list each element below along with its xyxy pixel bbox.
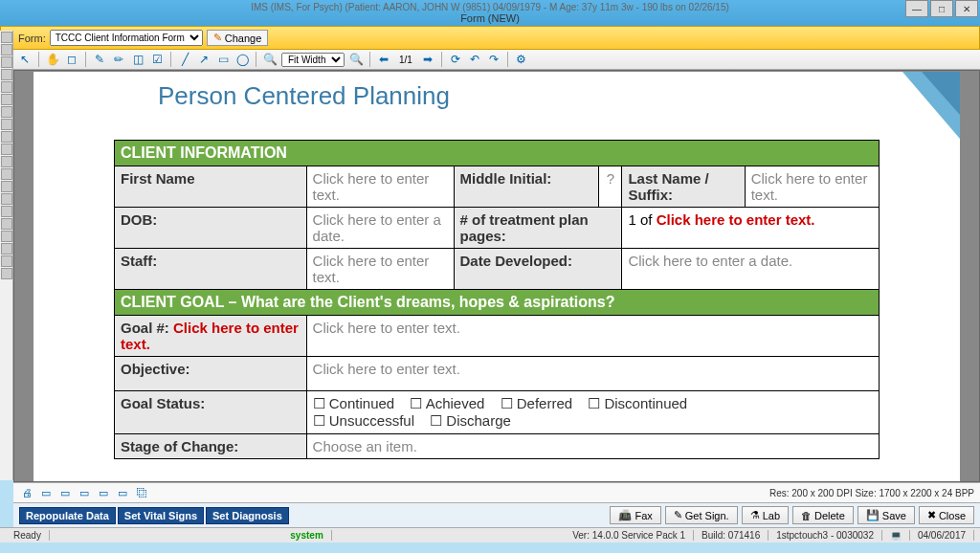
rail-icon[interactable]: [1, 131, 12, 143]
refresh-icon[interactable]: ⟳: [448, 52, 463, 67]
status-system: system: [282, 530, 331, 541]
page-icon[interactable]: ▭: [57, 485, 73, 500]
rail-icon[interactable]: [1, 94, 12, 105]
circle-icon[interactable]: ◯: [234, 52, 250, 67]
pen-icon[interactable]: ✎: [92, 52, 107, 67]
last-name-field[interactable]: Click here to enter text.: [745, 166, 879, 208]
lab-button[interactable]: ⚗Lab: [742, 506, 789, 524]
status-version: Ver: 14.0.0 Service Pack 1: [565, 530, 694, 541]
highlight-icon[interactable]: ✏: [111, 52, 126, 67]
zoom-icon[interactable]: 🔍: [262, 52, 278, 67]
goal-status-options[interactable]: Continued Achieved Deferred Discontinued…: [306, 391, 879, 434]
rail-icon[interactable]: [1, 81, 12, 93]
objective-label: Objective:: [115, 357, 307, 391]
status-discharge[interactable]: Discharge: [430, 412, 511, 430]
pointer-icon[interactable]: ↖: [17, 52, 33, 67]
rail-icon[interactable]: [1, 181, 12, 192]
left-icon-rail: [0, 31, 13, 480]
treatment-pages-label: # of treatment plan pages:: [454, 208, 622, 249]
get-sign-button[interactable]: ✎Get Sign.: [665, 506, 738, 524]
rail-icon[interactable]: [1, 119, 12, 130]
rotate-left-icon[interactable]: ↶: [467, 52, 482, 67]
rail-icon[interactable]: [1, 32, 12, 43]
status-continued[interactable]: Continued: [313, 395, 395, 412]
select-icon[interactable]: ◻: [64, 52, 79, 67]
staff-field[interactable]: Click here to enter text.: [306, 249, 454, 290]
next-page-icon[interactable]: ➡: [420, 52, 435, 67]
rail-icon[interactable]: [1, 268, 12, 279]
action-bar: Repopulate Data Set Vital Signs Set Diag…: [13, 502, 980, 527]
zoom-select[interactable]: Fit Width: [281, 53, 345, 67]
first-name-field[interactable]: Click here to enter text.: [306, 166, 454, 208]
rail-icon[interactable]: [1, 255, 12, 267]
rotate-right-icon[interactable]: ↷: [486, 52, 501, 67]
minimize-button[interactable]: —: [905, 0, 928, 17]
page-title: Person Centered Planning: [158, 81, 941, 111]
rail-icon[interactable]: [1, 144, 12, 155]
fax-button[interactable]: 📠Fax: [610, 506, 660, 524]
lower-toolbar: 🖨 ▭ ▭ ▭ ▭ ▭ ⿻ Res: 200 x 200 DPI Size: 1…: [13, 482, 980, 502]
resolution-info: Res: 200 x 200 DPI Size: 1700 x 2200 x 2…: [769, 488, 974, 498]
settings-icon[interactable]: ⚙: [514, 52, 529, 67]
treatment-pages-field[interactable]: 1 of Click here to enter text.: [622, 208, 880, 249]
rail-icon[interactable]: [1, 218, 12, 230]
diagnosis-button[interactable]: Set Diagnosis: [206, 507, 289, 524]
eraser-icon[interactable]: ◫: [130, 52, 145, 67]
objective-field[interactable]: Click here to enter text.: [306, 357, 879, 391]
page-icon[interactable]: ▭: [38, 485, 54, 500]
hand-icon[interactable]: ✋: [45, 52, 60, 67]
fax-icon: 📠: [618, 509, 632, 521]
print-icon[interactable]: 🖨: [19, 485, 34, 500]
status-ready: Ready: [6, 530, 50, 541]
prev-page-icon[interactable]: ⬅: [376, 52, 391, 67]
page-icon[interactable]: ▭: [77, 485, 92, 500]
maximize-button[interactable]: □: [930, 0, 953, 17]
vital-signs-button[interactable]: Set Vital Signs: [118, 507, 204, 524]
rail-icon[interactable]: [1, 44, 12, 55]
goal-number-label: Goal #: Click here to enter text.: [115, 316, 307, 357]
close-window-button[interactable]: ✕: [955, 0, 978, 17]
rail-icon[interactable]: [1, 206, 12, 217]
goal-field[interactable]: Click here to enter text.: [306, 316, 879, 357]
title-bar: IMS (IMS, For Psych) (Patient: AARON, JO…: [0, 0, 980, 26]
staff-label: Staff:: [115, 249, 307, 290]
rail-icon[interactable]: [1, 243, 12, 254]
repopulate-button[interactable]: Repopulate Data: [19, 507, 116, 524]
page-icon[interactable]: ▭: [96, 485, 111, 500]
goal-status-label: Goal Status:: [115, 391, 307, 434]
document-viewport[interactable]: Person Centered Planning CLIENT INFORMAT…: [13, 70, 980, 482]
rail-icon[interactable]: [1, 69, 12, 80]
rail-icon[interactable]: [1, 56, 12, 68]
status-icon: 💻: [882, 530, 910, 541]
check-icon[interactable]: ☑: [149, 52, 165, 67]
pen-icon: ✎: [674, 509, 682, 521]
zoom-in-icon[interactable]: 🔍: [348, 52, 364, 67]
status-achieved[interactable]: Achieved: [410, 395, 484, 412]
date-developed-field[interactable]: Click here to enter a date.: [622, 249, 880, 290]
close-button[interactable]: ✖Close: [919, 506, 974, 524]
stage-field[interactable]: Choose an item.: [306, 434, 879, 459]
arrow-icon[interactable]: ↗: [196, 52, 212, 67]
status-bar: Ready system Ver: 14.0.0 Service Pack 1 …: [0, 527, 980, 542]
dob-label: DOB:: [115, 208, 307, 249]
copy-icon[interactable]: ⿻: [134, 485, 149, 500]
window-subtitle: Form (NEW): [2, 12, 978, 24]
rail-icon[interactable]: [1, 106, 12, 118]
change-button[interactable]: ✎Change: [207, 30, 269, 46]
form-select[interactable]: TCCC Client Information Form: [50, 30, 203, 46]
save-button[interactable]: 💾Save: [858, 506, 915, 524]
line-icon[interactable]: ╱: [177, 52, 192, 67]
status-discontinued[interactable]: Discontinued: [588, 395, 687, 412]
rail-icon[interactable]: [1, 231, 12, 242]
rect-icon[interactable]: ▭: [215, 52, 231, 67]
page-icon[interactable]: ▭: [115, 485, 130, 500]
status-deferred[interactable]: Deferred: [501, 395, 573, 412]
rail-icon[interactable]: [1, 193, 12, 205]
delete-button[interactable]: 🗑Delete: [792, 506, 854, 524]
rail-icon[interactable]: [1, 168, 12, 180]
status-unsuccessful[interactable]: Unsuccessful: [313, 412, 414, 430]
stage-label: Stage of Change:: [115, 434, 307, 459]
rail-icon[interactable]: [1, 156, 12, 167]
middle-initial-field[interactable]: ?: [599, 166, 622, 208]
dob-field[interactable]: Click here to enter a date.: [306, 208, 454, 249]
